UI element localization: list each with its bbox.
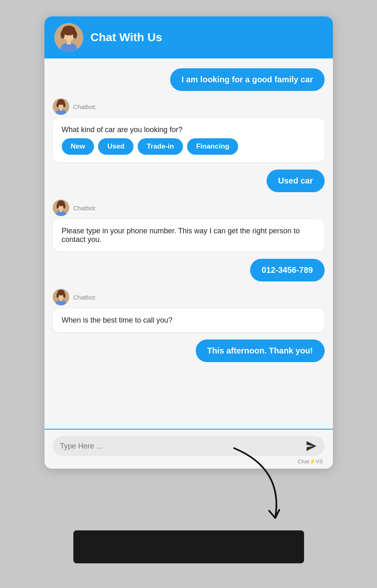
chat-header-title: Chat With Us	[91, 31, 162, 44]
bot-label-2: Chatbot:	[73, 205, 97, 211]
bot-avatar-2	[53, 200, 69, 216]
bot-avatar-3	[53, 289, 69, 305]
svg-rect-13	[60, 108, 62, 111]
chat-input-area: Chat⚡VS	[44, 430, 333, 469]
bot-label-3: Chatbot:	[73, 294, 97, 301]
svg-point-17	[56, 204, 59, 209]
svg-rect-20	[60, 209, 62, 212]
bot-bubble-3: When is the best time to call you?	[53, 309, 325, 332]
svg-point-25	[63, 293, 66, 298]
chat-messages: I am looking for a good family car	[44, 58, 333, 429]
user-message-3: 012-3456-789	[53, 259, 325, 281]
chat-input[interactable]	[60, 442, 302, 451]
user-bubble-1: I am looking for a good family car	[170, 68, 325, 91]
bottom-black-bar	[73, 530, 304, 563]
brand-footer: Chat⚡VS	[53, 458, 325, 465]
user-message-2: Used car	[53, 170, 325, 192]
brand-lightning: ⚡	[309, 458, 316, 465]
chat-header: Chat With Us	[44, 16, 333, 58]
svg-point-11	[63, 102, 66, 107]
user-message-1: I am looking for a good family car	[53, 68, 325, 91]
svg-point-24	[56, 293, 59, 298]
option-used[interactable]: Used	[98, 138, 133, 155]
bot-bubble-1: What kind of car are you looking for? Ne…	[53, 118, 325, 162]
bot-header-2: Chatbot:	[53, 200, 325, 216]
chat-input-row	[53, 436, 325, 456]
svg-marker-28	[307, 441, 316, 451]
bot-label-1: Chatbot:	[73, 103, 97, 110]
chat-window: Chat With Us I am looking for a good fam…	[44, 16, 333, 469]
user-bubble-2: Used car	[267, 170, 325, 192]
brand-text: Chat	[298, 458, 309, 465]
option-financing[interactable]: Financing	[187, 138, 238, 155]
page-wrapper: Chat With Us I am looking for a good fam…	[0, 16, 377, 563]
svg-rect-27	[60, 299, 62, 301]
svg-point-4	[73, 30, 77, 39]
bot-header-3: Chatbot:	[53, 289, 325, 305]
option-buttons-1: New Used Trade-in Financing	[62, 138, 316, 155]
brand-suffix: VS	[316, 458, 323, 465]
bot-group-2: Chatbot: Please type in your phone numbe…	[53, 200, 325, 251]
user-bubble-3: 012-3456-789	[250, 259, 325, 281]
user-message-4: This afternoon. Thank you!	[53, 339, 325, 362]
option-tradein[interactable]: Trade-in	[138, 138, 183, 155]
svg-rect-6	[67, 40, 71, 44]
svg-point-18	[63, 204, 66, 209]
bot-header-1: Chatbot:	[53, 98, 325, 115]
bot-bubble-2: Please type in your phone number. This w…	[53, 219, 325, 251]
bot-group-3: Chatbot: When is the best time to call y…	[53, 289, 325, 332]
svg-point-10	[56, 102, 59, 107]
send-icon	[306, 440, 317, 452]
header-avatar	[54, 23, 83, 52]
bot-group-1: Chatbot: What kind of car are you lookin…	[53, 98, 325, 162]
svg-point-3	[61, 30, 65, 39]
send-button[interactable]	[306, 440, 317, 452]
bot-avatar-1	[53, 98, 69, 115]
user-bubble-4: This afternoon. Thank you!	[196, 339, 325, 362]
option-new[interactable]: New	[62, 138, 94, 155]
